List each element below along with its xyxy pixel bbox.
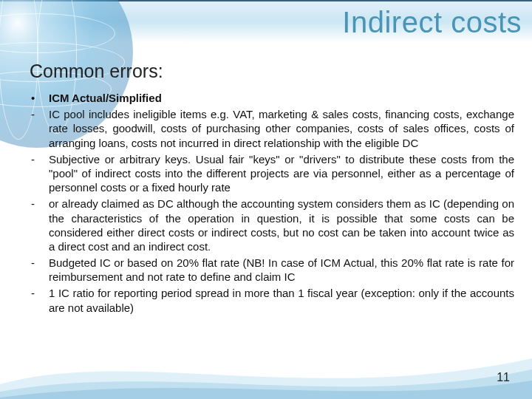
bullet-marker: - bbox=[30, 256, 49, 284]
bullet-list: •ICM Actual/Simplified-IC pool includes … bbox=[30, 91, 514, 315]
slide: Indirect costs Common errors: •ICM Actua… bbox=[0, 0, 532, 399]
bullet-marker: • bbox=[30, 91, 49, 105]
section-heading: Common errors: bbox=[30, 61, 514, 82]
content-area: Common errors: •ICM Actual/Simplified-IC… bbox=[30, 61, 514, 317]
slide-title: Indirect costs bbox=[342, 6, 522, 39]
list-item: -Subjective or arbitrary keys. Usual fai… bbox=[30, 152, 514, 195]
list-item-text: Budgeted IC or based on 20% flat rate (N… bbox=[49, 256, 514, 284]
list-item-text: IC pool includes ineligible items e.g. V… bbox=[49, 107, 514, 150]
bullet-marker: - bbox=[30, 152, 49, 195]
list-item-text: Subjective or arbitrary keys. Usual fair… bbox=[49, 152, 514, 195]
list-item-text: 1 IC ratio for reporting period spread i… bbox=[49, 286, 514, 314]
footer-swoosh bbox=[0, 332, 532, 399]
list-item-text: ICM Actual/Simplified bbox=[49, 91, 514, 105]
list-item-text: or already claimed as DC although the ac… bbox=[49, 197, 514, 253]
list-item: -or already claimed as DC although the a… bbox=[30, 197, 514, 253]
list-item: -IC pool includes ineligible items e.g. … bbox=[30, 107, 514, 150]
list-item: -Budgeted IC or based on 20% flat rate (… bbox=[30, 256, 514, 284]
bullet-marker: - bbox=[30, 107, 49, 150]
page-number: 11 bbox=[497, 371, 510, 384]
list-item: -1 IC ratio for reporting period spread … bbox=[30, 286, 514, 314]
bullet-marker: - bbox=[30, 197, 49, 253]
bullet-marker: - bbox=[30, 286, 49, 314]
list-item: •ICM Actual/Simplified bbox=[30, 91, 514, 105]
